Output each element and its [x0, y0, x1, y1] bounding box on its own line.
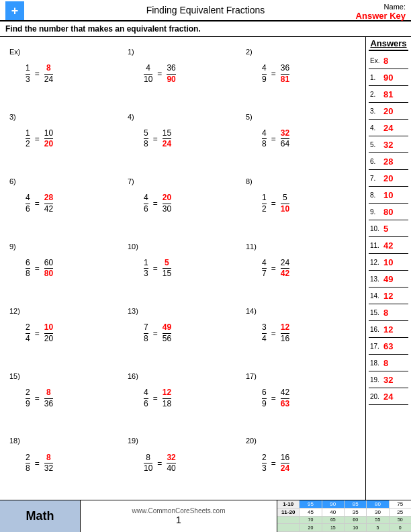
footer-math-label: Math: [0, 500, 81, 532]
range-cell-2: [277, 524, 300, 531]
problem-num-18: 18): [9, 437, 23, 445]
score-20: 20: [300, 524, 322, 531]
problem-7: 7) 4 6 = 20 30: [124, 172, 242, 236]
fraction1-17: 6 9: [262, 388, 267, 409]
fraction2-3: 10 20: [44, 128, 53, 150]
answer-value-4: 24: [383, 123, 393, 133]
problem-9: 9) 6 8 = 60 80: [5, 237, 124, 301]
answer-label-17: 17.: [370, 343, 382, 350]
fraction2-9: 60 80: [44, 258, 53, 279]
fraction-eq-12: 2 4 = 10 20: [26, 322, 53, 344]
problem-num-16: 16): [128, 372, 141, 380]
problem-14: 14) 3 4 = 12 16: [242, 302, 360, 365]
fraction-eq-2: 4 9 = 36 81: [262, 63, 289, 85]
answer-label-20: 20.: [370, 393, 382, 400]
fraction2-1: 36 90: [167, 63, 175, 85]
problem-18: 18) 2 8 = 8 32: [5, 431, 124, 495]
answer-label-14: 14.: [370, 292, 382, 300]
fraction1-13: 7 8: [144, 322, 148, 344]
problem-2: 2) 4 9 = 36 81: [242, 42, 360, 106]
problem-num-6: 6): [9, 177, 23, 185]
score-75: 75: [390, 500, 411, 508]
answer-label-8: 8.: [370, 191, 382, 199]
fraction1-9: 6 8: [26, 258, 30, 279]
score-95: 95: [300, 500, 322, 508]
problem-num-10: 10): [128, 242, 141, 251]
fraction-eq-8: 1 2 = 5 10: [262, 193, 289, 214]
answer-value-7: 20: [383, 173, 393, 183]
main-content: Ex) 1 3 = 8 24 1) 4 10 = 36 90 2): [0, 37, 411, 500]
answer-item-9: 9. 80: [369, 204, 408, 220]
fraction1-8: 1 2: [262, 193, 267, 214]
problem-3: 3) 1 2 = 10 20: [5, 107, 124, 171]
answer-value-1: 90: [383, 73, 393, 83]
problem-num-15: 15): [9, 372, 23, 380]
score-row-3: 70 65 60 55 50: [277, 517, 411, 525]
problem-11: 11) 4 7 = 24 42: [242, 237, 360, 301]
answers-header: Answers: [369, 38, 408, 51]
answer-label-16: 16.: [370, 326, 382, 333]
score-85: 85: [345, 500, 367, 508]
problem-num-8: 8): [246, 177, 259, 185]
fraction2-19: 32 40: [167, 453, 175, 474]
problem-12: 12) 2 4 = 10 20: [5, 302, 124, 365]
problem-num-1: 1): [128, 48, 141, 56]
fraction2-Ex: 8 24: [44, 63, 53, 85]
score-35: 35: [345, 508, 367, 516]
answer-label-13: 13.: [370, 275, 382, 283]
problem-8: 8) 1 2 = 5 10: [242, 172, 360, 236]
fraction2-15: 8 36: [44, 388, 53, 409]
fraction2-7: 20 30: [163, 193, 171, 214]
problem-num-7: 7): [128, 177, 141, 185]
fraction1-4: 5 8: [144, 128, 148, 150]
fraction2-4: 15 24: [163, 128, 171, 150]
answer-value-12: 10: [383, 257, 393, 267]
page-number: 1: [176, 515, 181, 525]
answer-item-10: 10. 5: [369, 220, 408, 237]
answer-label-5: 5.: [370, 141, 382, 148]
score-30: 30: [367, 508, 389, 516]
answer-item-7: 7. 20: [369, 170, 408, 187]
fraction-eq-3: 1 2 = 10 20: [26, 128, 53, 150]
answer-item-4: 4. 24: [369, 120, 408, 136]
fraction2-14: 12 16: [281, 322, 289, 344]
problem-19: 19) 8 10 = 32 40: [124, 431, 242, 495]
fraction-eq-15: 2 9 = 8 36: [26, 388, 53, 409]
fraction-eq-10: 1 3 = 5 15: [144, 258, 171, 279]
fraction1-15: 2 9: [26, 388, 30, 409]
answer-value-11: 42: [383, 240, 393, 251]
answer-item-18: 18. 8: [369, 355, 408, 371]
answer-label-0: Ex.: [370, 57, 382, 64]
score-80: 80: [367, 500, 389, 508]
instructions: Find the number that makes an equivalent…: [0, 21, 411, 37]
answer-key-label: Answer Key: [356, 11, 406, 21]
problem-17: 17) 6 9 = 42 63: [242, 367, 360, 431]
fraction-eq-5: 4 8 = 32 64: [262, 128, 289, 150]
fraction-eq-1: 4 10 = 36 90: [144, 63, 176, 85]
problem-1: 1) 4 10 = 36 90: [124, 42, 242, 106]
problem-13: 13) 7 8 = 49 56: [124, 302, 242, 365]
problem-num-11: 11): [246, 242, 259, 251]
answers-list: Ex. 8 1. 90 2. 81 3. 20 4. 24 5. 32 6. 2…: [369, 52, 408, 405]
answer-value-2: 81: [383, 89, 393, 99]
fraction2-20: 16 24: [281, 453, 289, 474]
answer-item-15: 15. 8: [369, 304, 408, 321]
fraction1-1: 4 10: [144, 63, 152, 85]
answer-label-6: 6.: [370, 158, 382, 165]
header: + Finding Equivalent Fractions Name: Ans…: [0, 0, 411, 21]
problem-6: 6) 4 6 = 28 42: [5, 172, 124, 236]
footer: Math www.CommonCoreSheets.com 1 1-10 95 …: [0, 500, 411, 532]
fraction2-6: 28 42: [44, 193, 53, 214]
fraction-eq-19: 8 10 = 32 40: [144, 453, 176, 474]
answer-label-4: 4.: [370, 124, 382, 132]
answer-label-10: 10.: [370, 225, 382, 232]
answer-item-19: 19. 32: [369, 371, 408, 388]
answer-label-11: 11.: [370, 242, 382, 249]
answer-value-13: 49: [383, 274, 393, 284]
answer-value-3: 20: [383, 106, 393, 116]
logo-icon: +: [5, 1, 24, 20]
answer-label-7: 7.: [370, 175, 382, 182]
fraction1-3: 1 2: [26, 128, 30, 150]
fraction-eq-Ex: 1 3 = 8 24: [26, 63, 53, 85]
answer-label-3: 3.: [370, 107, 382, 115]
